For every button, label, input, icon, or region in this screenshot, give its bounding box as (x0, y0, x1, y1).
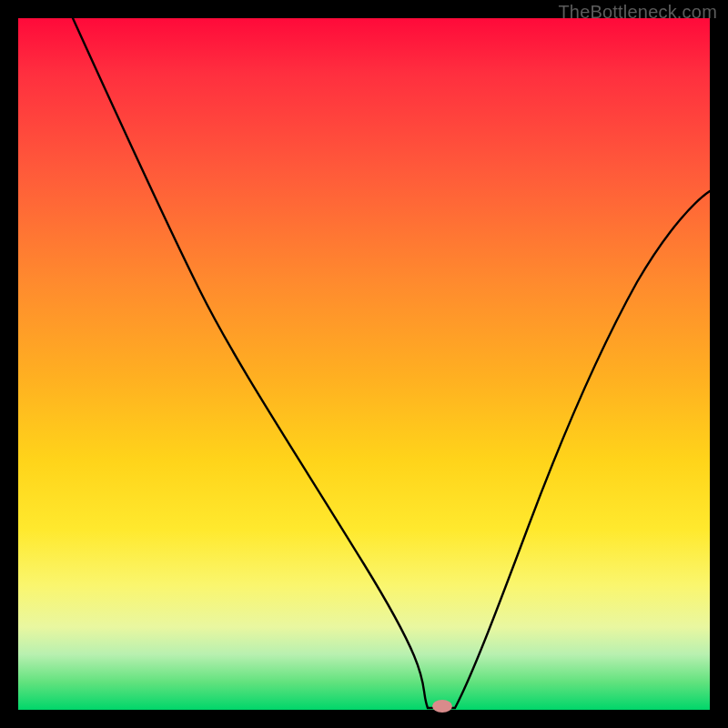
plot-area (18, 18, 710, 710)
chart-frame: TheBottleneck.com (0, 0, 728, 728)
bottleneck-curve (18, 18, 710, 710)
watermark-text: TheBottleneck.com (558, 2, 717, 23)
min-marker (432, 700, 452, 713)
curve-path (73, 18, 710, 708)
